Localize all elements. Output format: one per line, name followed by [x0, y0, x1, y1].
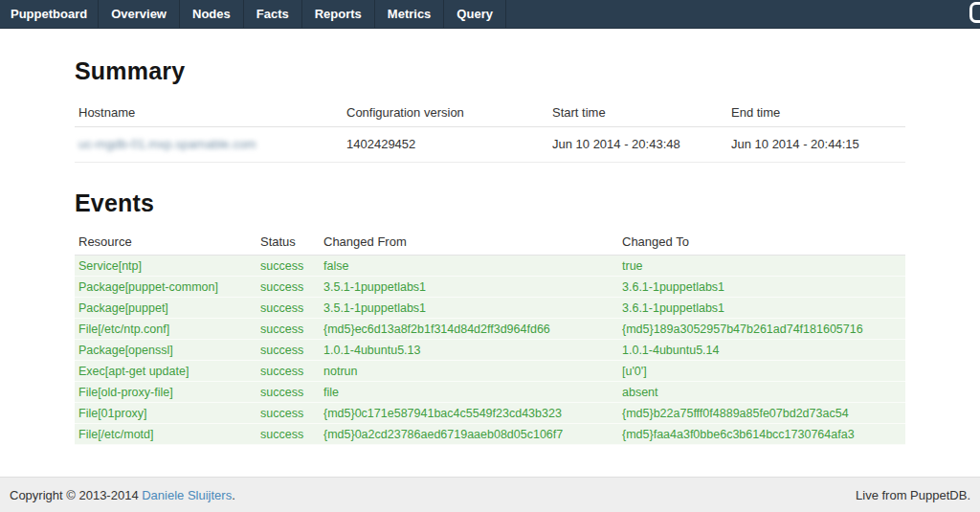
changed-from-cell: {md5}0a2cd23786aed6719aaeb08d05c106f7 — [320, 424, 618, 445]
table-row: Package[openssl] success 1.0.1-4ubuntu5.… — [75, 340, 905, 361]
summary-col-end-time: End time — [727, 99, 905, 127]
resource-cell: File[old-proxy-file] — [75, 382, 256, 403]
copyright-prefix: Copyright © 2013-2014 — [10, 488, 142, 502]
events-section-title: Events — [75, 189, 905, 217]
status-cell: success — [256, 277, 320, 298]
events-table: Resource Status Changed From Changed To … — [75, 229, 905, 445]
puppetdb-status-text: Live from PuppetDB. — [856, 488, 970, 502]
main-content: Summary Hostname Configuration version S… — [75, 57, 905, 445]
status-cell: success — [256, 424, 320, 445]
configuration-version-cell: 1402429452 — [343, 127, 548, 163]
resource-cell: Package[puppet] — [75, 298, 256, 319]
changed-from-cell: 3.5.1-1puppetlabs1 — [320, 277, 618, 298]
changed-to-cell: absent — [618, 382, 905, 403]
page-footer: Copyright © 2013-2014 Daniele Sluijters.… — [0, 477, 980, 512]
table-row: File[/etc/ntp.conf] success {md5}ec6d13a… — [75, 319, 905, 340]
top-navbar: Puppetboard Overview Nodes Facts Reports… — [0, 0, 980, 29]
copyright-text: Copyright © 2013-2014 Daniele Sluijters. — [10, 488, 235, 502]
resource-cell: Package[puppet-common] — [75, 277, 256, 298]
status-cell: success — [256, 361, 320, 382]
events-col-changed-to: Changed To — [618, 229, 905, 256]
summary-col-config-version: Configuration version — [343, 99, 548, 127]
changed-from-cell: {md5}ec6d13a8f2b1f314d84d2ff3d964fd66 — [320, 319, 618, 340]
author-link[interactable]: Daniele Sluijters — [142, 488, 232, 502]
status-cell: success — [256, 382, 320, 403]
table-row: File[01proxy] success {md5}0c171e587941b… — [75, 403, 905, 424]
nav-item-reports[interactable]: Reports — [302, 0, 375, 28]
copyright-suffix: . — [232, 488, 235, 502]
status-cell: success — [256, 403, 320, 424]
summary-row: uc-mgdb-01.mxp.spamable.com 1402429452 J… — [75, 127, 905, 163]
changed-from-cell: {md5}0c171e587941bac4c5549f23cd43b323 — [320, 403, 618, 424]
resource-cell: File[01proxy] — [75, 403, 256, 424]
hostname-cell: uc-mgdb-01.mxp.spamable.com — [75, 127, 343, 163]
browser-edge-artifact — [969, 2, 980, 23]
table-row: Service[ntp] success false true — [75, 256, 905, 277]
changed-from-cell: false — [320, 256, 618, 277]
changed-to-cell: {md5}189a3052957b47b261ad74f181605716 — [618, 319, 905, 340]
status-cell: success — [256, 340, 320, 361]
resource-cell: File[/etc/ntp.conf] — [75, 319, 256, 340]
resource-cell: Package[openssl] — [75, 340, 256, 361]
nav-item-overview[interactable]: Overview — [99, 0, 180, 28]
events-header-row: Resource Status Changed From Changed To — [75, 229, 905, 256]
nav-item-facts[interactable]: Facts — [244, 0, 302, 28]
table-row: File[old-proxy-file] success file absent — [75, 382, 905, 403]
nav-item-nodes[interactable]: Nodes — [180, 0, 244, 28]
start-time-cell: Jun 10 2014 - 20:43:48 — [548, 127, 727, 163]
nav-item-metrics[interactable]: Metrics — [375, 0, 445, 28]
summary-col-hostname: Hostname — [75, 99, 343, 127]
changed-from-cell: 1.0.1-4ubuntu5.13 — [320, 340, 618, 361]
changed-to-cell: {md5}faa4a3f0bbe6c3b614bcc1730764afa3 — [618, 424, 905, 445]
changed-to-cell: 3.6.1-1puppetlabs1 — [618, 298, 905, 319]
resource-cell: Service[ntp] — [75, 256, 256, 277]
events-col-status: Status — [256, 229, 320, 256]
changed-from-cell: file — [320, 382, 618, 403]
summary-table: Hostname Configuration version Start tim… — [75, 99, 905, 163]
end-time-cell: Jun 10 2014 - 20:44:15 — [727, 127, 905, 163]
table-row: Package[puppet-common] success 3.5.1-1pu… — [75, 277, 905, 298]
summary-header-row: Hostname Configuration version Start tim… — [75, 99, 905, 127]
status-cell: success — [256, 298, 320, 319]
events-col-changed-from: Changed From — [320, 229, 618, 256]
changed-to-cell: true — [618, 256, 905, 277]
changed-from-cell: 3.5.1-1puppetlabs1 — [320, 298, 618, 319]
changed-to-cell: 3.6.1-1puppetlabs1 — [618, 277, 905, 298]
changed-from-cell: notrun — [320, 361, 618, 382]
nav-item-query[interactable]: Query — [444, 0, 506, 28]
status-cell: success — [256, 319, 320, 340]
changed-to-cell: {md5}b22a75fff0f4889a85fe07bd2d73ac54 — [618, 403, 905, 424]
resource-cell: Exec[apt-get update] — [75, 361, 256, 382]
navbar-brand-puppetboard[interactable]: Puppetboard — [0, 0, 99, 28]
changed-to-cell: [u'0'] — [618, 361, 905, 382]
events-col-resource: Resource — [75, 229, 256, 256]
status-cell: success — [256, 256, 320, 277]
summary-section-title: Summary — [75, 57, 905, 85]
table-row: Package[puppet] success 3.5.1-1puppetlab… — [75, 298, 905, 319]
summary-col-start-time: Start time — [548, 99, 727, 127]
table-row: Exec[apt-get update] success notrun [u'0… — [75, 361, 905, 382]
hostname-link-blurred[interactable]: uc-mgdb-01.mxp.spamable.com — [78, 137, 256, 151]
changed-to-cell: 1.0.1-4ubuntu5.14 — [618, 340, 905, 361]
table-row: File[/etc/motd] success {md5}0a2cd23786a… — [75, 424, 905, 445]
resource-cell: File[/etc/motd] — [75, 424, 256, 445]
puppetboard-report-page: { "navbar": { "brand": "Puppetboard", "i… — [0, 0, 980, 512]
